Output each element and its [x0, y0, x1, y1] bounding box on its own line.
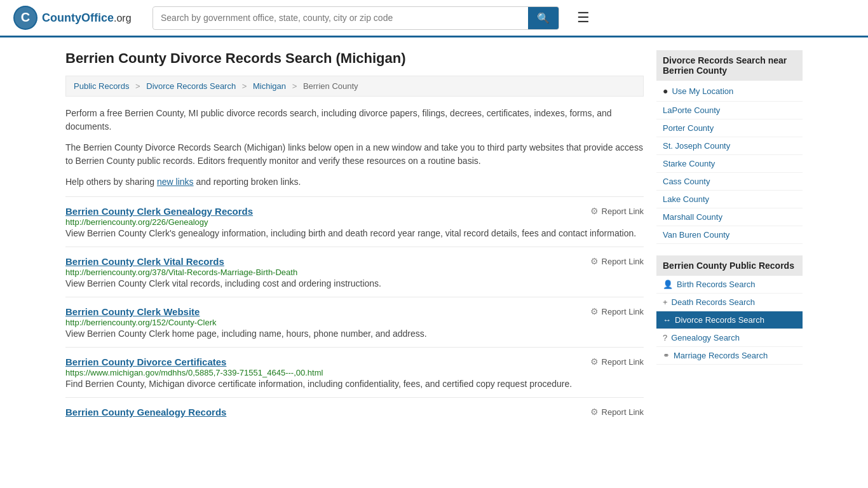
record-title[interactable]: Berrien County Clerk Genealogy Records: [65, 206, 253, 217]
record-item: Berrien County Clerk Genealogy Records⚙ …: [65, 196, 644, 247]
record-item: Berrien County Genealogy Records⚙ Report…: [65, 397, 644, 424]
logo-text: CountyOffice.org: [42, 11, 132, 25]
sidebar-nearby-county: Porter County: [656, 119, 803, 137]
description-para1: Perform a free Berrien County, MI public…: [65, 107, 644, 133]
sidebar-nearby-county: LaPorte County: [656, 102, 803, 119]
report-link-button[interactable]: ⚙ Report Link: [590, 256, 644, 266]
record-url[interactable]: https://www.michigan.gov/mdhhs/0,5885,7-…: [65, 368, 323, 377]
sidebar-record-icon: ↔: [663, 315, 671, 325]
sidebar-record-link[interactable]: Genealogy Search: [671, 333, 740, 342]
report-icon: ⚙: [590, 206, 599, 216]
record-description: View Berrien County Clerk's genealogy in…: [65, 227, 644, 240]
record-title[interactable]: Berrien County Genealogy Records: [65, 407, 226, 417]
breadcrumb-michigan[interactable]: Michigan: [253, 81, 286, 91]
breadcrumb-public-records[interactable]: Public Records: [74, 81, 129, 91]
nearby-section: Divorce Records Search near Berrien Coun…: [656, 50, 803, 244]
report-link-button[interactable]: ⚙ Report Link: [590, 306, 644, 316]
record-title[interactable]: Berrien County Clerk Website: [65, 306, 200, 317]
report-icon: ⚙: [590, 356, 599, 367]
record-title[interactable]: Berrien County Clerk Vital Records: [65, 256, 224, 267]
header: C CountyOffice.org 🔍 ☰: [0, 0, 868, 37]
sidebar-record-link[interactable]: Divorce Records Search: [675, 315, 764, 325]
record-url[interactable]: http://berriencounty.org/152/County-Cler…: [65, 318, 217, 327]
sidebar-county-link[interactable]: Porter County: [663, 123, 714, 133]
record-title[interactable]: Berrien County Divorce Certificates: [65, 356, 226, 367]
report-icon: ⚙: [590, 256, 599, 266]
sidebar-county-link[interactable]: Cass County: [663, 177, 710, 186]
sidebar-record-icon: ?: [663, 333, 667, 342]
sidebar-county-link[interactable]: Marshall County: [663, 212, 722, 222]
sidebar-public-record-item: ⚭Marriage Records Search: [656, 347, 803, 365]
location-pin-icon: ●: [663, 86, 668, 96]
sidebar-nearby-county: Cass County: [656, 173, 803, 191]
sidebar-record-link[interactable]: Death Records Search: [672, 297, 756, 307]
description-para3: Help others by sharing new links and rep…: [65, 175, 644, 189]
new-links-link[interactable]: new links: [157, 177, 194, 187]
sidebar-public-record-item: ↔Divorce Records Search: [656, 311, 803, 329]
records-list: Berrien County Clerk Genealogy Records⚙ …: [65, 196, 644, 424]
sidebar-nearby-county: Marshall County: [656, 208, 803, 226]
svg-text:C: C: [21, 10, 30, 24]
breadcrumb: Public Records > Divorce Records Search …: [65, 76, 644, 97]
nearby-section-title: Divorce Records Search near Berrien Coun…: [656, 50, 803, 81]
sidebar-nearby-county: Lake County: [656, 191, 803, 208]
sidebar-nearby-county: Starke County: [656, 155, 803, 173]
sidebar-county-link[interactable]: Van Buren County: [663, 230, 729, 240]
sidebar-public-record-item: +Death Records Search: [656, 294, 803, 311]
record-item: Berrien County Clerk Website⚙ Report Lin…: [65, 297, 644, 347]
sidebar-record-icon: +: [663, 297, 668, 307]
record-url[interactable]: http://berriencounty.org/226/Genealogy: [65, 217, 208, 227]
public-records-list: 👤Birth Records Search+Death Records Sear…: [656, 276, 803, 365]
search-icon: 🔍: [537, 13, 550, 24]
menu-button[interactable]: ☰: [572, 7, 595, 29]
record-item: Berrien County Divorce Certificates⚙ Rep…: [65, 347, 644, 397]
sidebar: Divorce Records Search near Berrien Coun…: [656, 50, 803, 424]
sidebar-public-record-item: 👤Birth Records Search: [656, 276, 803, 294]
logo-icon: C: [13, 5, 38, 30]
use-location-row: ● Use My Location: [656, 81, 803, 102]
report-icon: ⚙: [590, 407, 599, 417]
hamburger-icon: ☰: [577, 10, 590, 25]
sidebar-county-link[interactable]: LaPorte County: [663, 105, 720, 115]
record-description: Find Berrien County, Michigan divorce ce…: [65, 377, 644, 391]
sidebar-record-link[interactable]: Marriage Records Search: [674, 351, 768, 360]
sidebar-record-icon: 👤: [663, 280, 673, 289]
breadcrumb-divorce-records[interactable]: Divorce Records Search: [146, 81, 236, 91]
nearby-county-list: LaPorte CountyPorter CountySt. Joseph Co…: [656, 102, 803, 244]
report-link-button[interactable]: ⚙ Report Link: [590, 407, 644, 417]
public-records-section-title: Berrien County Public Records: [656, 255, 803, 276]
record-description: View Berrien County Clerk home page, inc…: [65, 327, 644, 341]
sidebar-record-link[interactable]: Birth Records Search: [677, 280, 756, 289]
page-title: Berrien County Divorce Records Search (M…: [65, 50, 644, 67]
record-item: Berrien County Clerk Vital Records⚙ Repo…: [65, 247, 644, 297]
use-my-location-link[interactable]: Use My Location: [672, 86, 733, 96]
search-button[interactable]: 🔍: [528, 7, 559, 29]
sidebar-record-icon: ⚭: [663, 351, 670, 360]
sidebar-nearby-county: St. Joseph County: [656, 137, 803, 155]
sidebar-county-link[interactable]: Starke County: [663, 159, 715, 168]
sidebar-public-record-item: ?Genealogy Search: [656, 329, 803, 347]
report-link-button[interactable]: ⚙ Report Link: [590, 356, 644, 367]
sidebar-county-link[interactable]: St. Joseph County: [663, 141, 730, 151]
logo-area: C CountyOffice.org: [13, 5, 140, 30]
report-link-button[interactable]: ⚙ Report Link: [590, 206, 644, 216]
record-url[interactable]: http://berriencounty.org/378/Vital-Recor…: [65, 268, 297, 277]
content-area: Berrien County Divorce Records Search (M…: [65, 50, 644, 424]
public-records-section: Berrien County Public Records 👤Birth Rec…: [656, 255, 803, 365]
report-icon: ⚙: [590, 306, 599, 316]
description-para2: The Berrien County Divorce Records Searc…: [65, 141, 644, 168]
search-input[interactable]: [153, 8, 528, 28]
search-bar: 🔍: [153, 6, 559, 30]
record-description: View Berrien County Clerk vital records,…: [65, 277, 644, 290]
breadcrumb-current: Berrien County: [303, 81, 358, 91]
sidebar-nearby-county: Van Buren County: [656, 226, 803, 244]
sidebar-county-link[interactable]: Lake County: [663, 194, 709, 204]
